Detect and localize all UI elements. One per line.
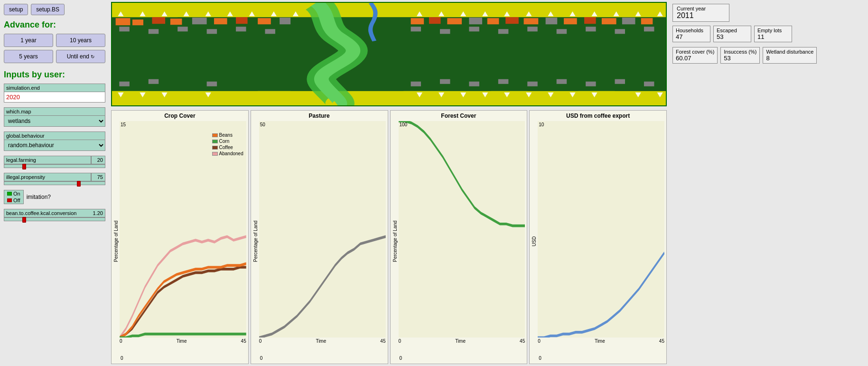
- corn-color: [212, 140, 218, 143]
- illegal-propensity-value: 75: [91, 173, 105, 181]
- advance-title: Advance for:: [4, 20, 105, 30]
- pasture-x-end: 45: [380, 338, 385, 344]
- svg-rect-93: [586, 27, 596, 31]
- svg-rect-26: [170, 19, 182, 25]
- pasture-chart: Pasture Percentage of Land 50 0 0: [251, 110, 388, 364]
- legend-abandoned: Abandoned: [212, 151, 243, 156]
- one-year-button[interactable]: 1 year: [4, 34, 53, 47]
- forest-cover-title: Forest Cover: [392, 113, 525, 119]
- svg-rect-111: [538, 121, 664, 338]
- svg-rect-99: [411, 82, 421, 86]
- svg-rect-88: [440, 29, 450, 34]
- escaped-box: Escaped 53: [713, 26, 751, 42]
- imitation-label: imitation?: [27, 194, 51, 200]
- insuccess-label: Insuccess (%): [724, 49, 756, 55]
- usd-coffee-chart: USD from coffee export USD 10 0 0: [529, 110, 667, 364]
- svg-rect-109: [259, 121, 386, 338]
- simulation-end-group: simulation.end: [4, 84, 105, 103]
- five-years-button[interactable]: 5 years: [4, 50, 53, 63]
- simulation-end-label: simulation.end: [4, 84, 105, 92]
- svg-rect-32: [411, 18, 424, 24]
- svg-rect-106: [615, 79, 625, 84]
- bean-slider-group: bean.to.coffee.kcal.conversion 1.20: [4, 209, 105, 221]
- svg-rect-4: [185, 3, 218, 16]
- which-map-select[interactable]: wetlands: [4, 116, 105, 127]
- pasture-title: Pasture: [253, 113, 386, 119]
- svg-rect-36: [487, 18, 499, 24]
- svg-rect-37: [505, 17, 519, 24]
- toggle-on-row: On: [4, 190, 23, 197]
- legend-corn: Corn: [212, 139, 243, 144]
- svg-rect-29: [236, 17, 248, 24]
- svg-rect-16: [258, 91, 290, 105]
- center-panel: Crop Cover Percentage of Land 15: [109, 0, 669, 366]
- usd-coffee-svg: [538, 121, 664, 338]
- current-year-box: Current year 2011: [672, 4, 729, 22]
- left-panel: setup setup.BS Advance for: 1 year 10 ye…: [0, 0, 109, 366]
- current-year-label: Current year: [677, 6, 725, 11]
- svg-rect-34: [447, 18, 462, 24]
- ten-years-button[interactable]: 10 years: [56, 34, 105, 47]
- svg-rect-101: [469, 82, 479, 86]
- illegal-propensity-label: illegal.propensity: [4, 173, 91, 181]
- refresh-icon: ↻: [91, 54, 94, 59]
- simulation-end-input[interactable]: [4, 92, 105, 103]
- corn-label: Corn: [219, 139, 230, 144]
- pasture-y-min: 0: [260, 356, 263, 361]
- forest-cover-y-min: 0: [400, 356, 402, 361]
- forest-cover-svg: [399, 121, 525, 338]
- svg-rect-82: [149, 29, 159, 34]
- svg-rect-28: [214, 18, 227, 24]
- imitation-toggle[interactable]: On Off: [4, 190, 24, 204]
- current-year-value: 2011: [677, 11, 725, 20]
- bean-label: bean.to.coffee.kcal.conversion: [6, 210, 76, 216]
- svg-rect-100: [440, 79, 450, 84]
- svg-rect-90: [498, 29, 508, 34]
- svg-rect-102: [498, 79, 508, 84]
- svg-rect-89: [469, 27, 479, 31]
- svg-rect-103: [527, 82, 537, 86]
- crop-cover-y-max: 15: [121, 122, 126, 127]
- imitation-toggle-group: On Off imitation?: [4, 190, 105, 204]
- svg-rect-1: [112, 17, 666, 91]
- svg-rect-105: [586, 82, 596, 86]
- coffee-label: Coffee: [219, 145, 233, 150]
- coffee-color: [212, 146, 218, 150]
- until-end-button[interactable]: Until end ↻: [56, 50, 105, 63]
- svg-rect-96: [119, 82, 129, 86]
- svg-rect-23: [116, 18, 131, 25]
- toggle-on-label: On: [13, 191, 20, 197]
- svg-rect-87: [411, 27, 421, 31]
- global-behaviour-group: global.behaviour random.behaviour: [4, 131, 105, 151]
- svg-rect-14: [156, 94, 188, 105]
- abandoned-label: Abandoned: [219, 151, 243, 156]
- wetland-dist-box: Wetland disturbance 8: [763, 47, 817, 64]
- setup-bs-button[interactable]: setup.BS: [31, 4, 65, 15]
- crop-cover-y-min: 0: [121, 356, 123, 361]
- forest-cover-x-label: Time: [455, 338, 466, 344]
- legal-farming-label: legal.farming: [4, 156, 91, 164]
- advance-buttons-grid: 1 year 10 years 5 years Until end ↻: [4, 34, 105, 63]
- bean-slider[interactable]: [4, 217, 105, 221]
- empty-lots-box: Empty lots 11: [754, 26, 792, 42]
- setup-button[interactable]: setup: [4, 4, 28, 15]
- stats-row-2: Forest cover (%) 60.07 Insuccess (%) 53 …: [672, 47, 864, 66]
- stats-row-1: Households 47 Escaped 53 Empty lots 11: [672, 26, 864, 45]
- toggle-on-indicator: [7, 192, 12, 196]
- pasture-x-start: 0: [259, 338, 262, 344]
- svg-rect-81: [119, 27, 129, 31]
- svg-rect-95: [644, 27, 654, 31]
- crop-cover-x-end: 45: [241, 338, 246, 344]
- legal-farming-slider[interactable]: [4, 164, 105, 168]
- illegal-propensity-slider[interactable]: [4, 181, 105, 185]
- svg-rect-39: [546, 18, 558, 24]
- empty-lots-value: 11: [757, 33, 789, 40]
- svg-rect-83: [177, 27, 187, 31]
- map-svg: [112, 3, 666, 105]
- usd-coffee-x-end: 45: [659, 338, 664, 344]
- legend-coffee: Coffee: [212, 145, 243, 150]
- legend-beans: Beans: [212, 132, 243, 138]
- global-behaviour-select[interactable]: random.behaviour: [4, 140, 105, 151]
- forest-cover-y-label: Percentage of Land: [392, 121, 398, 362]
- global-behaviour-label: global.behaviour: [4, 131, 105, 140]
